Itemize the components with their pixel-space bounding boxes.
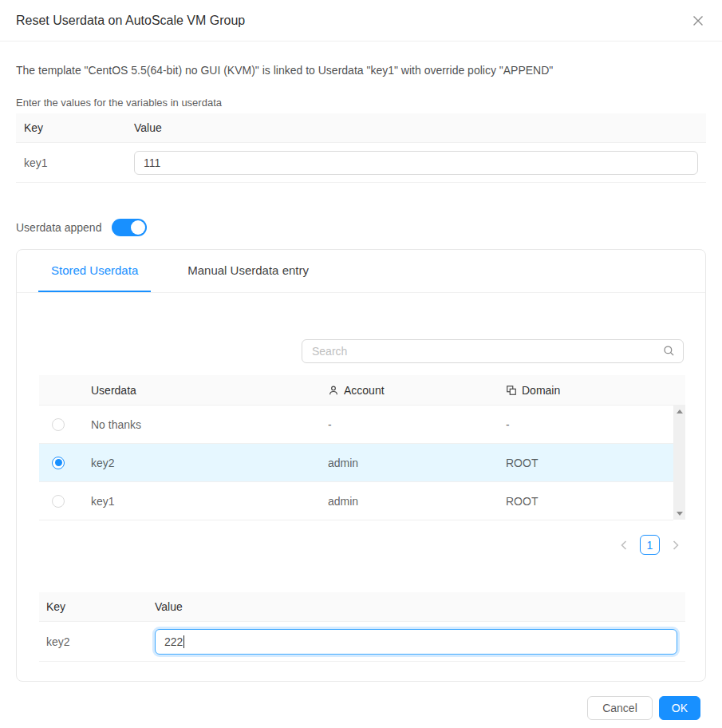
userdata-append-label: Userdata append: [16, 221, 101, 234]
userdata-select-table: Userdata Account Domain: [39, 375, 685, 520]
template-link-notice: The template "CentOS 5.5(64-bit) no GUI …: [16, 64, 706, 77]
modal-header: Reset Userdata on AutoScale VM Group: [0, 0, 722, 42]
radio-unchecked[interactable]: [52, 495, 65, 508]
pagination-next-icon[interactable]: [666, 535, 685, 555]
cell-account: admin: [328, 457, 506, 469]
scroll-up-icon[interactable]: [677, 410, 683, 413]
tabs-bar: Stored Userdata Manual Userdata entry: [17, 250, 705, 293]
pagination: 1: [39, 535, 685, 555]
cell-account: -: [328, 418, 506, 431]
column-header-value: Value: [134, 121, 706, 134]
userdata-table-header: Userdata Account Domain: [39, 375, 685, 406]
variable-key-label: key1: [16, 156, 134, 169]
table-row: key1: [16, 143, 706, 183]
modal-body: The template "CentOS 5.5(64-bit) no GUI …: [0, 42, 722, 682]
tab-manual-userdata-entry[interactable]: Manual Userdata entry: [175, 250, 322, 292]
variables-section-label: Enter the values for the variables in us…: [16, 97, 706, 109]
variables-table-header: Key Value: [16, 113, 706, 143]
column-header-domain: Domain: [506, 384, 685, 397]
cell-domain: ROOT: [506, 495, 673, 508]
cell-userdata: No thanks: [77, 418, 328, 431]
cell-domain: -: [506, 418, 673, 431]
userdata-row-key2[interactable]: key2 admin ROOT: [39, 444, 673, 482]
modal-footer: Cancel OK: [0, 682, 722, 728]
column-header-account: Account: [328, 384, 506, 397]
selected-key-label: key2: [39, 635, 155, 648]
selected-value-text: 222: [164, 635, 183, 648]
userdata-append-row: Userdata append: [16, 219, 706, 236]
scrollbar[interactable]: [673, 406, 685, 520]
tab-stored-userdata[interactable]: Stored Userdata: [38, 250, 151, 292]
cancel-button[interactable]: Cancel: [587, 696, 653, 720]
search-icon[interactable]: [663, 345, 675, 359]
variables-table: Key Value key1: [16, 113, 706, 183]
ok-button[interactable]: OK: [659, 696, 700, 720]
userdata-row-no-thanks[interactable]: No thanks - -: [39, 406, 673, 444]
block-icon: [506, 385, 517, 396]
userdata-append-toggle[interactable]: [112, 219, 147, 236]
kv-table-header: Key Value: [39, 592, 685, 622]
cell-account: admin: [328, 495, 506, 508]
column-header-userdata: Userdata: [77, 384, 328, 397]
user-icon: [328, 385, 339, 396]
search-input[interactable]: [302, 339, 684, 363]
pagination-prev-icon[interactable]: [614, 535, 633, 555]
userdata-card: Stored Userdata Manual Userdata entry: [16, 249, 706, 682]
radio-checked[interactable]: [52, 457, 65, 469]
domain-header-label: Domain: [522, 384, 560, 397]
toggle-knob: [131, 220, 145, 235]
cell-userdata: key1: [77, 495, 328, 508]
table-row: key2 222: [39, 622, 685, 662]
stored-userdata-panel: Userdata Account Domain: [17, 339, 705, 681]
column-header-key: Key: [39, 600, 155, 613]
column-header-key: Key: [16, 121, 134, 134]
selected-userdata-kv-table: Key Value key2 222: [39, 592, 685, 662]
scroll-down-icon[interactable]: [677, 512, 683, 516]
userdata-table-body: No thanks - - key2 admin ROOT ke: [39, 406, 685, 520]
userdata-row-key1[interactable]: key1 admin ROOT: [39, 482, 673, 520]
column-header-value: Value: [155, 600, 685, 613]
account-header-label: Account: [344, 384, 385, 397]
pagination-page-1[interactable]: 1: [640, 535, 660, 555]
cell-domain: ROOT: [506, 457, 673, 469]
selected-value-input[interactable]: 222: [155, 629, 677, 655]
close-icon[interactable]: [690, 13, 706, 29]
text-caret: [183, 635, 184, 648]
modal-title: Reset Userdata on AutoScale VM Group: [16, 14, 245, 28]
search-row: [39, 339, 684, 363]
variable-value-input[interactable]: [134, 151, 698, 175]
reset-userdata-modal: Reset Userdata on AutoScale VM Group The…: [0, 0, 722, 728]
radio-unchecked[interactable]: [52, 418, 65, 431]
cell-userdata: key2: [77, 457, 328, 469]
